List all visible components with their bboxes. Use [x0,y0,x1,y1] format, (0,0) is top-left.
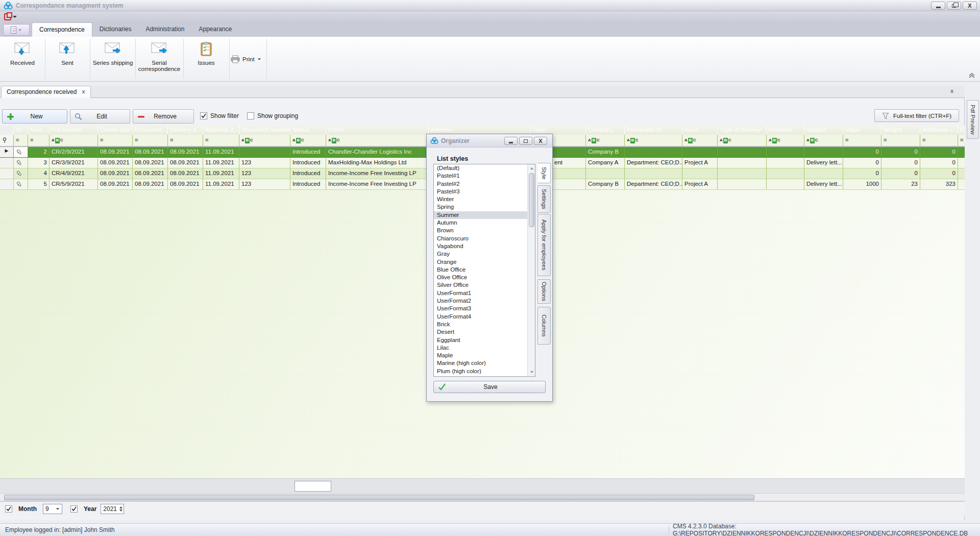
filter-cell-client[interactable]: ABC [326,135,429,146]
edit-button[interactable]: Edit [70,109,130,124]
close-button[interactable]: X [963,2,977,10]
organizer-tab-columns[interactable]: Columns [537,307,551,345]
filter-cell-approval_date[interactable]: = [203,135,239,146]
column-header-create_date[interactable]: Create date [98,126,133,135]
column-header-full_number[interactable]: Full number [50,126,98,135]
remove-button[interactable]: Remove [133,109,194,124]
column-header-c_sliver[interactable]: C... [958,126,965,135]
year-checkbox[interactable] [70,505,78,513]
list-style-item[interactable]: Chiaroscuro [434,235,535,242]
inline-edit-box[interactable] [295,481,331,492]
application-menu-button[interactable] [3,24,30,36]
filter-cell-document_number[interactable]: ABC [239,135,290,146]
organizer-tab-settings[interactable]: Settings [537,185,551,213]
column-header-delivery_date[interactable]: Delivery d... [168,126,203,135]
column-header-document_date[interactable]: Document ... [133,126,168,135]
column-header-approval_date[interactable]: Approval d... [203,126,239,135]
month-select[interactable]: 9 [43,504,62,514]
dialog-close-button[interactable]: X [534,137,547,145]
organizer-tab-style[interactable]: Style [537,163,551,183]
column-header-num[interactable]: Num... [28,126,50,135]
list-style-item[interactable]: Pastel#1 [434,172,535,180]
column-header-forwarded_to[interactable]: Forwarded to [625,126,682,135]
series-shipping-button[interactable]: Series shipping [92,39,134,80]
column-header-document_number[interactable]: Document number [239,126,290,135]
filter-cell-c_sliver[interactable]: = [958,135,965,146]
filter-cell-issue[interactable]: ABC [682,135,718,146]
filter-cell-indicator[interactable] [0,135,14,146]
year-spinner[interactable]: 2021 [101,504,124,514]
list-scrollbar[interactable] [527,164,535,376]
list-style-item[interactable]: Autumn [434,219,535,227]
list-style-item[interactable]: Desert [434,328,535,336]
column-header-type_of_delivery[interactable]: Type of delivery [718,126,767,135]
ribbon-tab-administration[interactable]: Administration [138,22,191,37]
column-header-attachment[interactable]: At... [14,126,28,135]
fulltext-filter-button[interactable]: Full-text filter (CTR+F) [874,109,959,122]
month-checkbox[interactable] [5,505,12,513]
dialog-minimize-button[interactable] [504,137,518,145]
list-style-item[interactable]: Brick [434,321,535,328]
sent-button[interactable]: Sent [47,39,88,80]
ribbon-tab-appearance[interactable]: Appearance [191,22,239,37]
serial-correspondence-button[interactable]: Serial correspondence [137,39,182,80]
list-style-item[interactable]: (Default) [434,164,535,172]
ribbon-tab-dictionaries[interactable]: Dictionaries [92,22,139,37]
column-header-client[interactable]: Client [326,126,429,135]
list-style-item[interactable]: Maple [434,352,535,359]
list-style-item[interactable]: UserFormat4 [434,313,535,321]
filter-cell-status[interactable]: ABC [290,135,326,146]
list-style-item[interactable]: Eggplant [434,336,535,344]
ribbon-tab-correspondence[interactable]: Correspondence [32,22,92,37]
list-style-item[interactable]: Summer [434,211,535,219]
list-style-item[interactable]: Plum (high color) [434,368,535,375]
column-header-remarks[interactable]: Remarks [767,126,804,135]
organizer-tab-options[interactable]: Options [537,279,551,304]
show-grouping-checkbox[interactable]: Show grouping [247,112,298,119]
list-style-item[interactable]: Orange [434,258,535,266]
column-header-subject[interactable]: Subject [804,126,843,135]
filter-cell-delivery_date[interactable]: = [168,135,203,146]
filter-cell-weight[interactable]: = [881,135,920,146]
list-style-item[interactable]: Brown [434,227,535,234]
tab-close-icon[interactable]: x [82,88,85,98]
column-header-additional_value[interactable]: Additional v... [920,126,958,135]
column-header-indicator[interactable] [0,126,14,135]
list-style-item[interactable]: Silver Office [434,281,535,289]
list-style-item[interactable]: Gray [434,250,535,258]
print-button[interactable]: Print [231,55,261,63]
filter-cell-document_date[interactable]: = [133,135,168,146]
scrollbar-thumb[interactable] [4,495,754,500]
filter-cell-type_of_delivery[interactable]: ABC [718,135,767,146]
column-header-issue[interactable]: Issue [682,126,718,135]
style-picker-button[interactable] [4,12,21,21]
list-style-item[interactable]: UserFormat3 [434,305,535,312]
dialog-maximize-button[interactable] [519,137,532,145]
document-area-close-icon[interactable]: x [950,88,953,94]
issues-button[interactable]: Issues [186,39,227,80]
list-style-item[interactable]: Pastel#2 [434,180,535,188]
pdf-preview-tab[interactable]: Pdf Preview [967,100,979,139]
tab-correspondence-received[interactable]: Correspondence received x [1,86,91,98]
spinner-arrows-icon[interactable] [119,506,124,511]
list-style-item[interactable]: Lilac [434,344,535,352]
filter-cell-full_number[interactable]: ABC [50,135,98,146]
scrollbar-thumb[interactable] [529,173,534,227]
filter-cell-remarks[interactable]: ABC [767,135,804,146]
list-style-item[interactable]: Olive Office [434,274,535,281]
filter-cell-num[interactable]: = [28,135,50,146]
filter-cell-create_date[interactable]: = [98,135,133,146]
horizontal-scrollbar[interactable] [0,493,965,501]
list-style-item[interactable]: Winter [434,196,535,203]
list-styles-listbox[interactable]: (Default)Pastel#1Pastel#2Pastel#3WinterS… [433,164,535,377]
list-style-item[interactable]: UserFormat2 [434,297,535,305]
restore-button[interactable] [947,2,961,10]
list-style-item[interactable]: Blue Office [434,266,535,274]
scroll-down-icon[interactable] [528,369,535,376]
filter-cell-forwarded_to[interactable]: ABC [625,135,682,146]
list-style-item[interactable]: Pastel#3 [434,188,535,196]
filter-cell-attachment[interactable]: = [14,135,28,146]
list-style-item[interactable]: UserFormat1 [434,289,535,297]
list-style-item[interactable]: Spring [434,203,535,211]
filter-cell-value[interactable]: = [843,135,881,146]
